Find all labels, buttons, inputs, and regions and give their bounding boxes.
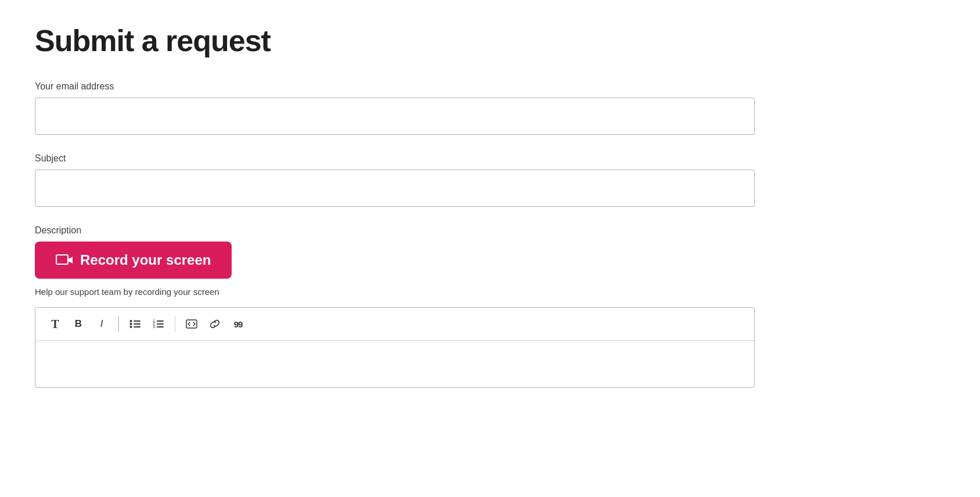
- toolbar-divider-1: [118, 316, 119, 332]
- editor-toolbar: T B I 1. 2. 3: [35, 308, 754, 341]
- description-label: Description: [35, 225, 945, 236]
- toolbar-code-button[interactable]: [181, 314, 202, 334]
- svg-point-3: [129, 323, 132, 325]
- record-screen-label: Record your screen: [80, 252, 211, 268]
- toolbar-quote-button[interactable]: 99: [228, 314, 248, 334]
- toolbar-unordered-list-button[interactable]: [125, 314, 146, 334]
- email-field-group: Your email address: [35, 81, 945, 135]
- subject-input[interactable]: [35, 170, 755, 207]
- email-input[interactable]: [35, 98, 755, 135]
- page-title: Submit a request: [35, 23, 945, 58]
- toolbar-divider-2: [175, 316, 176, 332]
- subject-field-group: Subject: [35, 153, 945, 207]
- svg-rect-8: [157, 320, 164, 322]
- toolbar-bold-button[interactable]: B: [68, 314, 89, 334]
- svg-rect-0: [56, 255, 68, 264]
- svg-point-1: [129, 320, 132, 322]
- email-label: Your email address: [35, 81, 945, 92]
- svg-rect-6: [134, 326, 140, 327]
- toolbar-text-button[interactable]: T: [45, 314, 66, 334]
- svg-point-5: [129, 326, 132, 328]
- description-editor: T B I 1. 2. 3: [35, 307, 755, 388]
- record-icon: [56, 253, 73, 267]
- svg-rect-10: [157, 323, 164, 325]
- svg-rect-12: [157, 326, 164, 327]
- record-screen-button[interactable]: Record your screen: [35, 242, 232, 279]
- svg-text:3.: 3.: [153, 325, 156, 329]
- svg-rect-4: [134, 323, 140, 325]
- subject-label: Subject: [35, 153, 945, 164]
- description-textarea[interactable]: [35, 341, 754, 387]
- record-help-text: Help our support team by recording your …: [35, 287, 945, 297]
- svg-rect-2: [134, 320, 140, 322]
- toolbar-link-button[interactable]: [204, 314, 225, 334]
- toolbar-ordered-list-button[interactable]: 1. 2. 3.: [148, 314, 169, 334]
- toolbar-italic-button[interactable]: I: [91, 314, 112, 334]
- description-field-group: Description Record your screen Help our …: [35, 225, 945, 388]
